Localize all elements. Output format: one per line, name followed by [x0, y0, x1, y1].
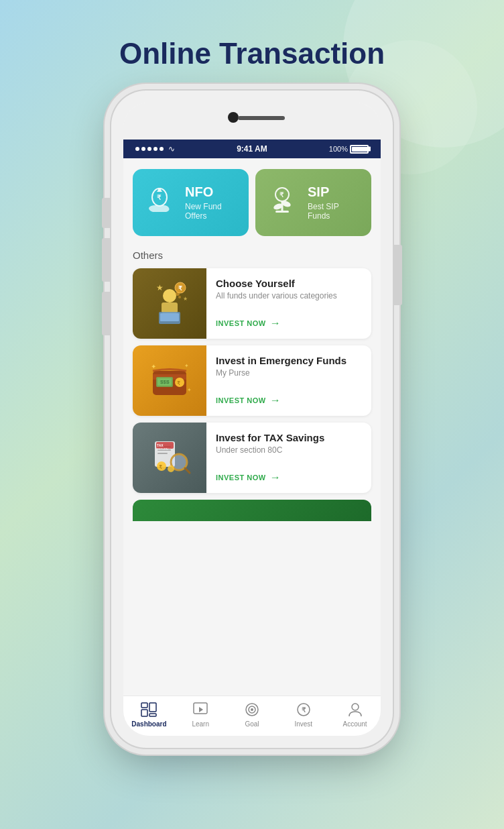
tax-savings-title: Invest for TAX Savings [216, 432, 362, 443]
tax-savings-subtitle: Under section 80C [216, 445, 362, 455]
svg-text:$$$: $$$ [160, 379, 170, 385]
nav-item-dashboard[interactable]: Dashboard [123, 702, 175, 728]
nav-item-learn[interactable]: Learn [175, 702, 227, 728]
list-item[interactable]: ₹ ★ ★ Choose Yourself All funds under va… [133, 268, 371, 339]
power-button [393, 245, 402, 305]
choose-yourself-title: Choose Yourself [216, 278, 362, 289]
svg-text:₹: ₹ [159, 464, 162, 470]
earpiece-speaker [238, 116, 285, 120]
bottom-navigation: Dashboard Learn [123, 696, 381, 736]
svg-text:★: ★ [183, 296, 188, 302]
nfo-card[interactable]: ₹ NFO New Fund Offers [133, 169, 249, 236]
emergency-funds-subtitle: My Purse [216, 368, 362, 378]
signal-dot-2 [141, 147, 145, 151]
sip-title: SIP [308, 184, 362, 200]
emergency-funds-image: $$$ ₹ ✦ ✦ ✦ [133, 345, 206, 416]
goal-nav-label: Goal [245, 720, 259, 728]
nfo-card-text: NFO New Fund Offers [185, 184, 239, 221]
svg-rect-11 [162, 302, 178, 313]
svg-text:₹: ₹ [302, 706, 306, 714]
svg-rect-33 [158, 453, 168, 454]
front-camera [228, 112, 239, 123]
svg-rect-42 [141, 703, 147, 708]
battery-bar [350, 145, 369, 154]
status-time: 9:41 AM [237, 144, 267, 154]
svg-point-17 [178, 296, 181, 298]
svg-rect-3 [158, 188, 161, 192]
invest-arrow-3: → [270, 472, 281, 484]
tax-savings-content: Invest for TAX Savings Under section 80C… [206, 423, 371, 493]
nav-item-goal[interactable]: Goal [227, 702, 278, 728]
invest-arrow-1: → [270, 317, 281, 329]
silent-button [102, 292, 111, 335]
svg-text:₹: ₹ [177, 380, 180, 386]
volume-down-button [102, 238, 111, 282]
svg-text:₹: ₹ [178, 285, 182, 292]
list-item[interactable]: $$$ ₹ ✦ ✦ ✦ Invest in Emergency Funds My… [133, 345, 371, 416]
svg-rect-43 [141, 710, 147, 716]
wifi-icon: ∿ [168, 144, 175, 154]
svg-text:✦: ✦ [184, 363, 189, 369]
svg-point-10 [163, 289, 176, 302]
account-nav-label: Account [343, 720, 367, 728]
svg-marker-47 [199, 707, 203, 712]
svg-point-16 [176, 292, 180, 296]
svg-rect-9 [275, 211, 289, 213]
emergency-funds-cta-label: INVEST NOW [216, 396, 266, 404]
signal-dot-5 [160, 147, 164, 151]
invest-nav-label: Invest [294, 720, 312, 728]
signal-indicators: ∿ [135, 144, 175, 154]
sip-card-icon: ₹ [265, 185, 300, 220]
learn-icon [192, 702, 209, 718]
svg-rect-13 [160, 313, 179, 321]
emergency-funds-cta[interactable]: INVEST NOW → [216, 394, 362, 406]
choose-yourself-content: Choose Yourself All funds under various … [206, 268, 371, 339]
phone-screen: ∿ 9:41 AM 100% [123, 103, 381, 736]
signal-dot-3 [147, 147, 151, 151]
svg-point-41 [168, 465, 174, 472]
signal-dot-4 [153, 147, 158, 151]
choose-yourself-illustration: ₹ ★ ★ [143, 277, 196, 331]
svg-text:₹: ₹ [279, 191, 284, 199]
goal-icon [243, 702, 261, 718]
learn-nav-label: Learn [192, 720, 209, 728]
nfo-card-icon: ₹ [142, 185, 177, 220]
tax-savings-illustration: TAX RETURN ₹ [143, 431, 196, 485]
invest-arrow-2: → [270, 394, 281, 406]
main-content: ₹ NFO New Fund Offers [123, 158, 381, 696]
dashboard-nav-label: Dashboard [131, 720, 166, 728]
svg-text:✦: ✦ [187, 387, 192, 393]
list-item[interactable]: TAX RETURN ₹ Invest for TAX Savings [133, 423, 371, 493]
battery-percentage: 100% [329, 145, 348, 153]
nfo-title: NFO [185, 184, 239, 200]
sip-card[interactable]: ₹ SIP Best SIP Funds [255, 169, 371, 236]
choose-yourself-image: ₹ ★ ★ [133, 268, 206, 339]
battery-fill [352, 147, 368, 152]
partial-card-bottom [133, 500, 371, 521]
nav-item-account[interactable]: Account [329, 702, 381, 728]
svg-text:★: ★ [156, 283, 164, 292]
tax-savings-cta-label: INVEST NOW [216, 474, 266, 482]
svg-text:₹: ₹ [157, 194, 162, 201]
signal-dot-1 [135, 147, 139, 151]
battery-indicator: 100% [329, 145, 369, 154]
top-cards-row: ₹ NFO New Fund Offers [123, 158, 381, 243]
svg-text:RETURN: RETURN [157, 447, 168, 451]
nfo-subtitle: New Fund Offers [185, 202, 239, 221]
nav-item-invest[interactable]: ₹ Invest [277, 702, 329, 728]
svg-rect-45 [149, 714, 156, 716]
emergency-funds-illustration: $$$ ₹ ✦ ✦ ✦ [143, 354, 196, 408]
status-bar: ∿ 9:41 AM 100% [123, 140, 381, 158]
dashboard-icon [140, 702, 158, 718]
tax-savings-image: TAX RETURN ₹ [133, 423, 206, 493]
choose-yourself-subtitle: All funds under various categories [216, 291, 362, 300]
invest-icon: ₹ [295, 702, 312, 718]
svg-text:✦: ✦ [151, 363, 156, 370]
svg-line-38 [185, 468, 190, 473]
emergency-funds-title: Invest in Emergency Funds [216, 355, 362, 366]
others-section-label: Others [123, 243, 381, 265]
svg-point-50 [251, 708, 253, 711]
account-icon [346, 702, 364, 718]
choose-yourself-cta[interactable]: INVEST NOW → [216, 317, 362, 329]
tax-savings-cta[interactable]: INVEST NOW → [216, 472, 362, 484]
